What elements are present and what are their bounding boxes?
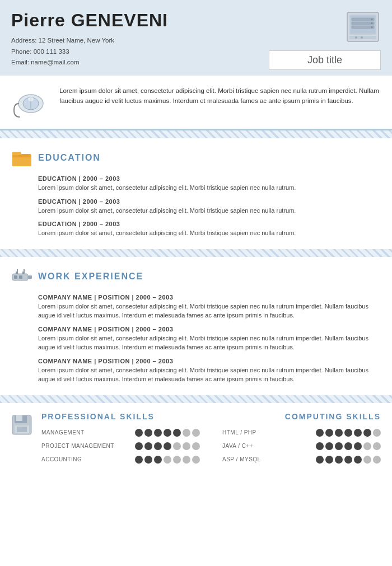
professional-skills-panel: PROFESSIONAL SKILLS MANAGEMENT PROJECT M… — [41, 412, 211, 469]
skill-name: JAVA / C++ — [222, 443, 284, 449]
entry-title: COMPANY NAME | POSITION | 2000 – 2003 — [38, 326, 381, 333]
dot-filled — [144, 456, 152, 464]
entry-text: Lorem ipsum dolor sit amet, consectetur … — [38, 302, 381, 320]
dot-filled — [316, 429, 324, 437]
svg-rect-27 — [24, 269, 25, 272]
dot-filled — [135, 442, 143, 450]
dot-empty — [373, 456, 381, 464]
header: Pierre GENEVENI Address: 12 Street Name,… — [0, 0, 392, 76]
dot-filled — [144, 442, 152, 450]
entry-title: COMPANY NAME | POSITION | 2000 – 2003 — [38, 358, 381, 364]
dot-empty — [192, 429, 200, 437]
svg-rect-23 — [19, 275, 22, 279]
dot-filled — [154, 456, 162, 464]
svg-rect-26 — [17, 269, 18, 272]
skill-dots — [316, 429, 381, 437]
education-entry: EDUCATION | 2000 – 2003 Lorem ipsum dolo… — [38, 221, 381, 238]
skill-name: ASP / MYSQL — [222, 456, 284, 462]
header-right: Job title — [269, 10, 381, 70]
work-section-header: WORK EXPERIENCE — [11, 266, 381, 287]
stripe-separator-1 — [0, 130, 392, 138]
dot-filled — [164, 429, 171, 437]
dot-empty — [183, 456, 190, 464]
prof-skills-title: PROFESSIONAL SKILLS — [41, 412, 155, 421]
dot-empty — [192, 442, 200, 450]
dot-empty — [373, 429, 381, 437]
entry-text: Lorem ipsum dolor sit amet, consectetur … — [38, 334, 381, 352]
work-entry: COMPANY NAME | POSITION | 2000 – 2003 Lo… — [38, 294, 381, 320]
dot-empty — [183, 429, 190, 437]
education-entry: EDUCATION | 2000 – 2003 Lorem ipsum dolo… — [38, 198, 381, 216]
dot-filled — [135, 456, 143, 464]
dot-filled — [325, 442, 333, 450]
comp-skills-header: COMPUTING SKILLS — [222, 412, 381, 421]
skill-name: PROJECT MANAGEMENT — [41, 443, 114, 449]
dot-filled — [344, 456, 352, 464]
dot-filled — [135, 429, 143, 437]
skill-dots — [316, 456, 381, 464]
education-title: EDUCATION — [38, 153, 101, 163]
dot-filled — [335, 442, 343, 450]
dot-filled — [316, 442, 324, 450]
phone-line: Phone: 000 111 333 — [11, 46, 168, 58]
dot-empty — [363, 442, 371, 450]
computer-icon — [345, 10, 381, 44]
dot-filled — [144, 429, 152, 437]
svg-point-7 — [371, 22, 373, 24]
prof-skill-rows: MANAGEMENT PROJECT MANAGEMENT ACCOUNTING — [41, 429, 200, 464]
svg-rect-19 — [12, 155, 31, 157]
stripe-separator-2 — [0, 249, 392, 257]
work-entries: COMPANY NAME | POSITION | 2000 – 2003 Lo… — [11, 294, 381, 384]
dot-empty — [183, 442, 190, 450]
dot-filled — [344, 429, 352, 437]
dot-filled — [173, 429, 181, 437]
entry-title: EDUCATION | 2000 – 2003 — [38, 175, 381, 182]
entry-title: EDUCATION | 2000 – 2003 — [38, 221, 381, 227]
svg-point-6 — [371, 18, 373, 20]
skill-row: ASP / MYSQL — [222, 456, 381, 464]
floppy-icon — [11, 414, 32, 436]
dot-filled — [325, 429, 333, 437]
work-entry: COMPANY NAME | POSITION | 2000 – 2003 Lo… — [38, 326, 381, 352]
dot-filled — [154, 429, 162, 437]
svg-rect-3 — [352, 18, 374, 21]
svg-point-8 — [371, 26, 373, 28]
contact-info: Address: 12 Street Name, New York Phone:… — [11, 35, 168, 68]
svg-rect-21 — [28, 275, 32, 279]
skill-dots — [135, 429, 200, 437]
entry-text: Lorem ipsum dolor sit amet, consectetur … — [38, 183, 381, 193]
skills-section: PROFESSIONAL SKILLS MANAGEMENT PROJECT M… — [0, 403, 392, 480]
comp-skills-title: COMPUTING SKILLS — [285, 412, 381, 421]
svg-rect-30 — [16, 415, 22, 421]
job-title-box: Job title — [269, 50, 381, 70]
education-section: EDUCATION EDUCATION | 2000 – 2003 Lorem … — [0, 138, 392, 249]
dot-filled — [363, 429, 371, 437]
candidate-name: Pierre GENEVENI — [11, 10, 168, 31]
work-experience-section: WORK EXPERIENCE COMPANY NAME | POSITION … — [0, 257, 392, 395]
address-line: Address: 12 Street Name, New York — [11, 35, 168, 46]
svg-point-10 — [355, 36, 357, 39]
svg-point-15 — [28, 97, 34, 101]
dot-empty — [164, 456, 171, 464]
skill-row: HTML / PHP — [222, 429, 381, 437]
dot-filled — [335, 456, 343, 464]
skill-row: JAVA / C++ — [222, 442, 381, 450]
dot-filled — [325, 456, 333, 464]
dot-filled — [354, 456, 362, 464]
svg-point-11 — [361, 36, 363, 39]
entry-title: EDUCATION | 2000 – 2003 — [38, 198, 381, 205]
svg-rect-24 — [16, 272, 18, 274]
skill-dots — [135, 456, 200, 464]
skill-name: HTML / PHP — [222, 429, 284, 436]
dot-filled — [354, 429, 362, 437]
skill-row: MANAGEMENT — [41, 429, 200, 437]
header-left: Pierre GENEVENI Address: 12 Street Name,… — [11, 10, 168, 68]
dot-filled — [344, 442, 352, 450]
mouse-icon — [11, 88, 50, 119]
dot-empty — [173, 456, 181, 464]
skill-row: ACCOUNTING — [41, 456, 200, 464]
svg-rect-32 — [17, 427, 27, 432]
dot-filled — [164, 442, 171, 450]
dot-empty — [192, 456, 200, 464]
dot-filled — [154, 442, 162, 450]
